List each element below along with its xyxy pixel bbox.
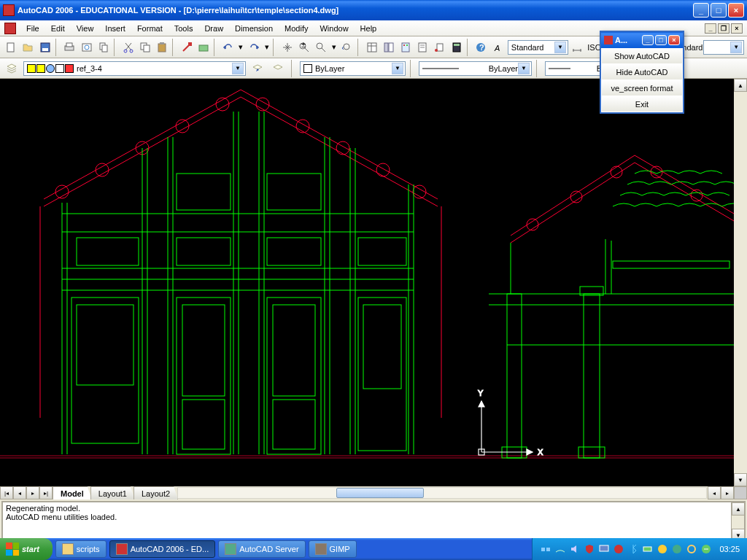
cmd-scroll-up[interactable]: ▲ <box>732 502 745 516</box>
tray-av-icon[interactable] <box>613 543 624 555</box>
popup-item-hide[interactable]: Hide AutoCAD <box>601 64 683 80</box>
tray-shield-icon[interactable] <box>584 543 595 555</box>
scroll-right-button[interactable]: ▸ <box>721 486 734 499</box>
mdi-restore-button[interactable]: ❐ <box>718 23 729 34</box>
publish-button[interactable] <box>96 39 112 56</box>
properties-button[interactable] <box>364 39 380 56</box>
calculator-button[interactable] <box>449 39 465 56</box>
copy-button[interactable] <box>137 39 153 56</box>
menu-draw[interactable]: Draw <box>198 23 229 34</box>
scroll-up-button[interactable]: ▲ <box>734 79 747 92</box>
cmd-scrollbar[interactable]: ▲ ▼ <box>731 502 744 542</box>
popup-maximize-button[interactable]: □ <box>655 35 667 45</box>
tray-update-icon[interactable] <box>657 543 668 555</box>
zoom-window-button[interactable] <box>313 39 329 56</box>
tray-remove-icon[interactable] <box>700 543 712 555</box>
layer-states-button[interactable] <box>269 60 287 77</box>
help-button[interactable]: ? <box>473 39 489 56</box>
svg-rect-91 <box>267 238 321 265</box>
tray-battery-icon[interactable] <box>642 543 654 555</box>
layer-props-button[interactable] <box>3 60 20 77</box>
cut-button[interactable] <box>120 39 136 56</box>
hscroll-track[interactable] <box>177 487 707 499</box>
zoom-realtime-button[interactable]: ± <box>296 39 312 56</box>
tray-wifi-icon[interactable] <box>554 543 566 555</box>
layer-combo[interactable]: ref_3-4 ▼ <box>23 61 246 76</box>
tray-network-icon[interactable] <box>540 543 551 555</box>
drawing-canvas[interactable]: X Y ▲ ▼ |◂ ◂ ▸ ▸| Model Layout1 Layout2 … <box>0 79 747 499</box>
zoom-previous-button[interactable] <box>339 39 355 56</box>
tab-prev-button[interactable]: ◂ <box>13 486 26 499</box>
menu-file[interactable]: File <box>20 23 45 34</box>
taskbar-item-server[interactable]: AutoCAD Server <box>218 540 305 558</box>
menu-dimension[interactable]: Dimension <box>229 23 279 34</box>
design-center-button[interactable] <box>381 39 397 56</box>
open-button[interactable] <box>20 39 36 56</box>
tab-next-button[interactable]: ▸ <box>26 486 39 499</box>
color-combo[interactable]: ByLayer ▼ <box>300 61 406 76</box>
tray-info-icon[interactable] <box>671 543 683 555</box>
vertical-scrollbar[interactable]: ▲ ▼ <box>734 79 747 486</box>
scroll-left-button[interactable]: ◂ <box>708 486 721 499</box>
textstyle-button[interactable]: A <box>491 39 507 56</box>
popup-item-format[interactable]: ve_screen format <box>601 80 683 96</box>
menu-format[interactable]: Format <box>131 23 169 34</box>
markup-button[interactable] <box>431 39 447 56</box>
match-props-button[interactable] <box>179 39 195 56</box>
popup-minimize-button[interactable]: _ <box>642 35 654 45</box>
maximize-button[interactable]: □ <box>711 3 727 18</box>
scroll-down-button[interactable]: ▼ <box>734 473 747 486</box>
linetype-combo[interactable]: ByLayer ▼ <box>419 61 532 76</box>
taskbar-item-gimp[interactable]: GIMP <box>309 540 357 558</box>
menu-help[interactable]: Help <box>355 23 383 34</box>
popup-titlebar[interactable]: A... _ □ × <box>601 32 683 48</box>
tray-bluetooth-icon[interactable] <box>627 543 639 555</box>
tablestyle-combo[interactable]: ▼ <box>703 40 744 55</box>
save-button[interactable] <box>36 39 53 56</box>
new-button[interactable] <box>3 39 19 56</box>
redo-button[interactable] <box>246 39 262 56</box>
command-window[interactable]: Regenerating model. AutoCAD menu utiliti… <box>1 501 746 543</box>
block-editor-button[interactable] <box>196 39 212 56</box>
paste-button[interactable] <box>154 39 170 56</box>
zoom-dropdown[interactable]: ▾ <box>330 39 338 56</box>
plot-preview-button[interactable] <box>78 39 94 56</box>
mdi-close-button[interactable]: × <box>731 23 743 34</box>
layer-previous-button[interactable] <box>249 60 266 77</box>
undo-button[interactable] <box>220 39 236 56</box>
tab-layout1[interactable]: Layout1 <box>90 486 135 499</box>
taskbar-item-autocad[interactable]: AutoCAD 2006 - ED... <box>109 540 216 558</box>
sheet-set-button[interactable] <box>414 39 430 56</box>
hscroll-thumb[interactable] <box>336 488 424 498</box>
taskbar-item-scripts[interactable]: scripts <box>55 540 107 558</box>
popup-item-show[interactable]: Show AutoCAD <box>601 48 683 64</box>
textstyle-combo[interactable]: Standard▼ <box>508 40 568 55</box>
tray-monitor-icon[interactable] <box>598 543 610 555</box>
minimize-button[interactable]: _ <box>693 3 709 18</box>
popup-close-button[interactable]: × <box>668 35 680 45</box>
undo-dropdown[interactable]: ▾ <box>237 39 245 56</box>
plot-button[interactable] <box>61 39 77 56</box>
start-button[interactable]: start <box>0 538 53 560</box>
tray-clock[interactable]: 03:25 <box>719 545 740 553</box>
dimstyle-button[interactable] <box>569 39 585 56</box>
tray-volume-icon[interactable] <box>569 543 581 555</box>
tool-palettes-button[interactable] <box>398 39 414 56</box>
mdi-minimize-button[interactable]: _ <box>705 23 716 34</box>
pan-button[interactable] <box>279 39 295 56</box>
close-button[interactable]: × <box>728 3 744 18</box>
tab-layout2[interactable]: Layout2 <box>133 486 178 499</box>
popup-item-exit[interactable]: Exit <box>601 96 683 112</box>
menu-modify[interactable]: Modify <box>279 23 314 34</box>
menu-edit[interactable]: Edit <box>45 23 71 34</box>
tab-last-button[interactable]: ▸| <box>39 486 53 499</box>
menu-view[interactable]: View <box>71 23 100 34</box>
tray-sync-icon[interactable] <box>686 543 697 555</box>
tab-first-button[interactable]: |◂ <box>0 486 13 499</box>
menu-tools[interactable]: Tools <box>169 23 199 34</box>
menu-window[interactable]: Window <box>314 23 354 34</box>
redo-dropdown[interactable]: ▾ <box>263 39 271 56</box>
menu-insert[interactable]: Insert <box>99 23 131 34</box>
system-tray[interactable]: 03:25 <box>532 538 747 560</box>
tab-model[interactable]: Model <box>53 486 92 499</box>
